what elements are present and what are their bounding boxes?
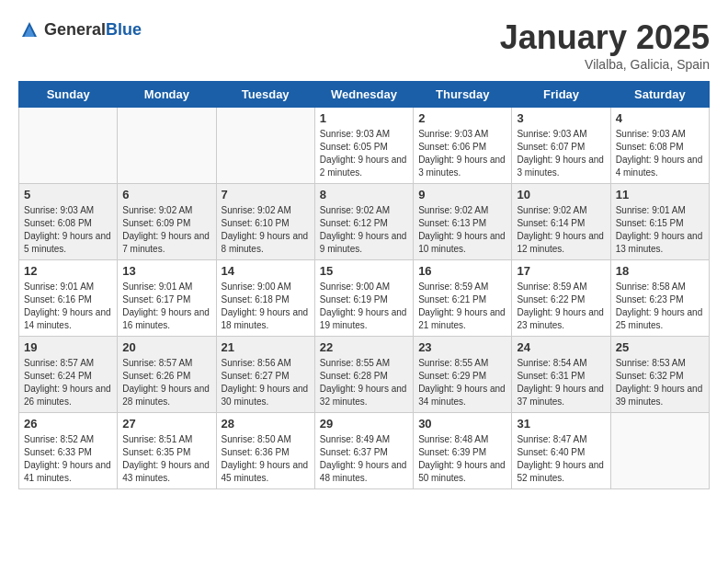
day-number: 23 <box>418 340 506 354</box>
calendar-week-row: 5Sunrise: 9:03 AM Sunset: 6:08 PM Daylig… <box>19 184 710 260</box>
calendar-cell: 25Sunrise: 8:53 AM Sunset: 6:32 PM Dayli… <box>610 337 709 413</box>
calendar-cell: 8Sunrise: 9:02 AM Sunset: 6:12 PM Daylig… <box>314 184 413 260</box>
day-number: 14 <box>222 264 310 278</box>
calendar-cell: 6Sunrise: 9:02 AM Sunset: 6:09 PM Daylig… <box>118 184 216 260</box>
calendar-cell: 17Sunrise: 8:59 AM Sunset: 6:22 PM Dayli… <box>512 260 610 337</box>
calendar-cell: 2Sunrise: 9:03 AM Sunset: 6:06 PM Daylig… <box>414 108 512 184</box>
calendar-cell: 31Sunrise: 8:47 AM Sunset: 6:40 PM Dayli… <box>512 413 610 489</box>
day-number: 11 <box>616 188 704 201</box>
day-number: 18 <box>616 264 704 278</box>
weekday-header-monday: Monday <box>118 82 216 108</box>
calendar-week-row: 12Sunrise: 9:01 AM Sunset: 6:16 PM Dayli… <box>19 260 710 337</box>
day-info: Sunrise: 9:03 AM Sunset: 6:06 PM Dayligh… <box>418 128 506 179</box>
day-info: Sunrise: 8:55 AM Sunset: 6:28 PM Dayligh… <box>320 357 408 408</box>
calendar-week-row: 1Sunrise: 9:03 AM Sunset: 6:05 PM Daylig… <box>19 108 710 184</box>
calendar-cell: 9Sunrise: 9:02 AM Sunset: 6:13 PM Daylig… <box>414 184 512 260</box>
day-number: 19 <box>24 340 112 354</box>
day-info: Sunrise: 8:58 AM Sunset: 6:23 PM Dayligh… <box>616 281 704 332</box>
day-info: Sunrise: 9:03 AM Sunset: 6:07 PM Dayligh… <box>517 128 605 179</box>
day-number: 1 <box>320 111 408 125</box>
calendar-cell: 24Sunrise: 8:54 AM Sunset: 6:31 PM Dayli… <box>512 337 610 413</box>
calendar-week-row: 26Sunrise: 8:52 AM Sunset: 6:33 PM Dayli… <box>19 413 710 489</box>
day-number: 22 <box>320 340 408 354</box>
calendar-cell: 7Sunrise: 9:02 AM Sunset: 6:10 PM Daylig… <box>216 184 314 260</box>
calendar-table: SundayMondayTuesdayWednesdayThursdayFrid… <box>18 81 710 489</box>
calendar-cell <box>118 108 216 184</box>
day-info: Sunrise: 8:57 AM Sunset: 6:26 PM Dayligh… <box>122 357 210 408</box>
day-number: 15 <box>320 264 408 278</box>
day-info: Sunrise: 9:03 AM Sunset: 6:08 PM Dayligh… <box>24 204 112 256</box>
day-number: 5 <box>24 188 112 201</box>
day-info: Sunrise: 8:48 AM Sunset: 6:39 PM Dayligh… <box>418 433 506 485</box>
day-info: Sunrise: 8:49 AM Sunset: 6:37 PM Dayligh… <box>320 433 408 485</box>
day-info: Sunrise: 9:01 AM Sunset: 6:16 PM Dayligh… <box>24 281 112 332</box>
calendar-cell <box>19 108 118 184</box>
day-info: Sunrise: 8:52 AM Sunset: 6:33 PM Dayligh… <box>24 433 112 485</box>
calendar-cell: 16Sunrise: 8:59 AM Sunset: 6:21 PM Dayli… <box>414 260 512 337</box>
calendar-cell: 27Sunrise: 8:51 AM Sunset: 6:35 PM Dayli… <box>118 413 216 489</box>
day-info: Sunrise: 8:57 AM Sunset: 6:24 PM Dayligh… <box>24 357 112 408</box>
day-number: 31 <box>517 417 605 431</box>
weekday-header-friday: Friday <box>512 82 610 108</box>
logo: GeneralBlue <box>18 18 142 40</box>
day-number: 10 <box>517 188 605 201</box>
logo-text-general: General <box>44 20 106 39</box>
day-info: Sunrise: 8:54 AM Sunset: 6:31 PM Dayligh… <box>517 357 605 408</box>
weekday-header-thursday: Thursday <box>414 82 512 108</box>
weekday-header-wednesday: Wednesday <box>314 82 413 108</box>
calendar-cell: 13Sunrise: 9:01 AM Sunset: 6:17 PM Dayli… <box>118 260 216 337</box>
calendar-header: SundayMondayTuesdayWednesdayThursdayFrid… <box>19 82 710 108</box>
calendar-cell: 22Sunrise: 8:55 AM Sunset: 6:28 PM Dayli… <box>314 337 413 413</box>
day-info: Sunrise: 9:02 AM Sunset: 6:12 PM Dayligh… <box>320 204 408 256</box>
day-number: 26 <box>24 417 112 431</box>
day-number: 2 <box>418 111 506 125</box>
day-info: Sunrise: 8:50 AM Sunset: 6:36 PM Dayligh… <box>222 433 310 485</box>
calendar-cell: 3Sunrise: 9:03 AM Sunset: 6:07 PM Daylig… <box>512 108 610 184</box>
calendar-cell: 11Sunrise: 9:01 AM Sunset: 6:15 PM Dayli… <box>610 184 709 260</box>
day-number: 16 <box>418 264 506 278</box>
day-number: 9 <box>418 188 506 201</box>
day-number: 20 <box>122 340 210 354</box>
day-info: Sunrise: 8:47 AM Sunset: 6:40 PM Dayligh… <box>517 433 605 485</box>
day-number: 4 <box>616 111 704 125</box>
calendar-cell: 30Sunrise: 8:48 AM Sunset: 6:39 PM Dayli… <box>414 413 512 489</box>
weekday-header-tuesday: Tuesday <box>216 82 314 108</box>
day-number: 6 <box>122 188 210 201</box>
day-info: Sunrise: 9:00 AM Sunset: 6:19 PM Dayligh… <box>320 281 408 332</box>
calendar-cell <box>216 108 314 184</box>
page-header: GeneralBlue January 2025 Vilalba, Galici… <box>18 18 710 72</box>
day-number: 29 <box>320 417 408 431</box>
location: Vilalba, Galicia, Spain <box>500 57 710 72</box>
day-number: 7 <box>222 188 310 201</box>
calendar-cell <box>610 413 709 489</box>
day-info: Sunrise: 9:00 AM Sunset: 6:18 PM Dayligh… <box>222 281 310 332</box>
logo-text-blue: Blue <box>106 20 142 39</box>
calendar-cell: 28Sunrise: 8:50 AM Sunset: 6:36 PM Dayli… <box>216 413 314 489</box>
day-number: 28 <box>222 417 310 431</box>
day-number: 8 <box>320 188 408 201</box>
day-info: Sunrise: 9:02 AM Sunset: 6:13 PM Dayligh… <box>418 204 506 256</box>
weekday-header-sunday: Sunday <box>19 82 118 108</box>
calendar-cell: 21Sunrise: 8:56 AM Sunset: 6:27 PM Dayli… <box>216 337 314 413</box>
day-info: Sunrise: 9:01 AM Sunset: 6:17 PM Dayligh… <box>122 281 210 332</box>
calendar-cell: 26Sunrise: 8:52 AM Sunset: 6:33 PM Dayli… <box>19 413 118 489</box>
day-info: Sunrise: 8:59 AM Sunset: 6:22 PM Dayligh… <box>517 281 605 332</box>
weekday-header-saturday: Saturday <box>610 82 709 108</box>
day-number: 30 <box>418 417 506 431</box>
calendar-cell: 20Sunrise: 8:57 AM Sunset: 6:26 PM Dayli… <box>118 337 216 413</box>
calendar-cell: 15Sunrise: 9:00 AM Sunset: 6:19 PM Dayli… <box>314 260 413 337</box>
month-title: January 2025 <box>500 18 710 57</box>
calendar-week-row: 19Sunrise: 8:57 AM Sunset: 6:24 PM Dayli… <box>19 337 710 413</box>
day-number: 13 <box>122 264 210 278</box>
calendar-cell: 19Sunrise: 8:57 AM Sunset: 6:24 PM Dayli… <box>19 337 118 413</box>
day-info: Sunrise: 9:03 AM Sunset: 6:05 PM Dayligh… <box>320 128 408 179</box>
day-number: 21 <box>222 340 310 354</box>
weekday-header-row: SundayMondayTuesdayWednesdayThursdayFrid… <box>19 82 710 108</box>
logo-icon <box>18 18 40 40</box>
day-info: Sunrise: 8:51 AM Sunset: 6:35 PM Dayligh… <box>122 433 210 485</box>
calendar-cell: 1Sunrise: 9:03 AM Sunset: 6:05 PM Daylig… <box>314 108 413 184</box>
day-info: Sunrise: 9:01 AM Sunset: 6:15 PM Dayligh… <box>616 204 704 256</box>
calendar-cell: 12Sunrise: 9:01 AM Sunset: 6:16 PM Dayli… <box>19 260 118 337</box>
day-info: Sunrise: 8:55 AM Sunset: 6:29 PM Dayligh… <box>418 357 506 408</box>
day-info: Sunrise: 8:59 AM Sunset: 6:21 PM Dayligh… <box>418 281 506 332</box>
